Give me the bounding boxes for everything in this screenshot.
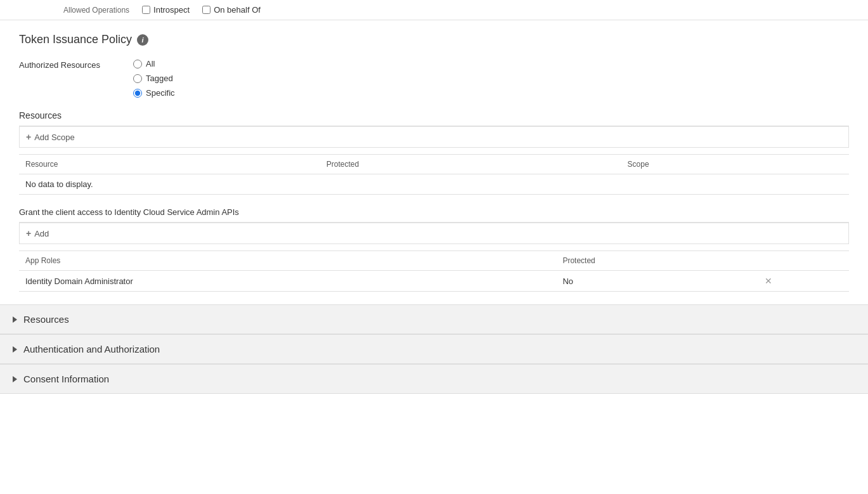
table-row: Identity Domain Administrator No ✕ — [19, 271, 849, 292]
radio-all[interactable]: All — [133, 59, 175, 68]
chevron-auth-icon — [13, 346, 17, 353]
add-plus-icon: + — [26, 228, 31, 238]
resources-table-header-row: Resource Protected Scope — [19, 155, 849, 174]
accordion-consent-label: Consent Information — [23, 374, 109, 384]
top-bar: Allowed Operations Introspect On behalf … — [0, 0, 868, 20]
resources-no-data-row: No data to display. — [19, 174, 849, 195]
accordion-auth-label: Authentication and Authorization — [23, 344, 160, 354]
introspect-label: Introspect — [153, 5, 190, 15]
accordion-resources: Resources — [0, 304, 868, 334]
grant-heading: Grant the client access to Identity Clou… — [19, 207, 849, 217]
resources-section: Resources + Add Scope Resource Protected… — [19, 110, 849, 195]
col-app-roles: App Roles — [19, 251, 556, 271]
radio-specific-input[interactable] — [133, 89, 142, 98]
accordion-consent: Consent Information — [0, 364, 868, 394]
allowed-operations-label: Allowed Operations — [63, 6, 129, 15]
col-grant-protected: Protected — [556, 251, 758, 271]
resources-no-data-text: No data to display. — [19, 174, 849, 195]
on-behalf-of-label: On behalf Of — [214, 5, 261, 15]
delete-icon[interactable]: ✕ — [765, 276, 772, 286]
accordion-auth: Authentication and Authorization — [0, 334, 868, 364]
accordion-auth-header[interactable]: Authentication and Authorization — [0, 335, 868, 364]
chevron-resources-icon — [13, 316, 17, 323]
col-scope: Scope — [621, 155, 849, 174]
token-issuance-policy-title: Token Issuance Policy — [19, 33, 132, 46]
authorized-resources-row: Authorized Resources All Tagged Specific — [19, 59, 849, 98]
add-button[interactable]: + Add — [19, 223, 849, 244]
radio-specific[interactable]: Specific — [133, 88, 175, 98]
resources-heading: Resources — [19, 110, 849, 120]
add-scope-button[interactable]: + Add Scope — [19, 126, 849, 148]
app-role-value: Identity Domain Administrator — [19, 271, 556, 292]
resources-table: Resource Protected Scope No data to disp… — [19, 154, 849, 195]
authorized-resources-radio-group: All Tagged Specific — [133, 59, 175, 98]
introspect-checkbox[interactable] — [142, 6, 150, 14]
radio-all-label: All — [146, 59, 155, 68]
add-scope-plus-icon: + — [26, 132, 31, 142]
authorized-resources-label: Authorized Resources — [19, 59, 133, 70]
accordion-resources-header[interactable]: Resources — [0, 305, 868, 334]
radio-all-input[interactable] — [133, 60, 142, 68]
on-behalf-of-checkbox-item[interactable]: On behalf Of — [202, 5, 261, 15]
accordion-container: Resources Authentication and Authorizati… — [0, 304, 868, 394]
accordion-resources-label: Resources — [23, 314, 69, 325]
radio-tagged-input[interactable] — [133, 74, 142, 83]
grant-table-header-row: App Roles Protected — [19, 251, 849, 271]
col-resource: Resource — [19, 155, 320, 174]
radio-specific-label: Specific — [146, 88, 175, 98]
col-protected: Protected — [320, 155, 621, 174]
add-label: Add — [34, 229, 49, 238]
token-issuance-policy-title-row: Token Issuance Policy i — [19, 33, 849, 46]
col-actions — [758, 251, 849, 271]
main-content: Token Issuance Policy i Authorized Resou… — [0, 20, 868, 304]
chevron-consent-icon — [13, 376, 17, 382]
on-behalf-of-checkbox[interactable] — [202, 6, 211, 14]
accordion-consent-header[interactable]: Consent Information — [0, 365, 868, 394]
grant-section: Grant the client access to Identity Clou… — [19, 207, 849, 292]
grant-table: App Roles Protected Identity Domain Admi… — [19, 250, 849, 292]
introspect-checkbox-item[interactable]: Introspect — [142, 5, 190, 15]
radio-tagged-label: Tagged — [146, 74, 173, 83]
protected-value: No — [556, 271, 758, 292]
info-icon[interactable]: i — [137, 34, 148, 46]
radio-tagged[interactable]: Tagged — [133, 74, 175, 83]
delete-cell: ✕ — [758, 271, 849, 292]
add-scope-label: Add Scope — [34, 133, 75, 142]
